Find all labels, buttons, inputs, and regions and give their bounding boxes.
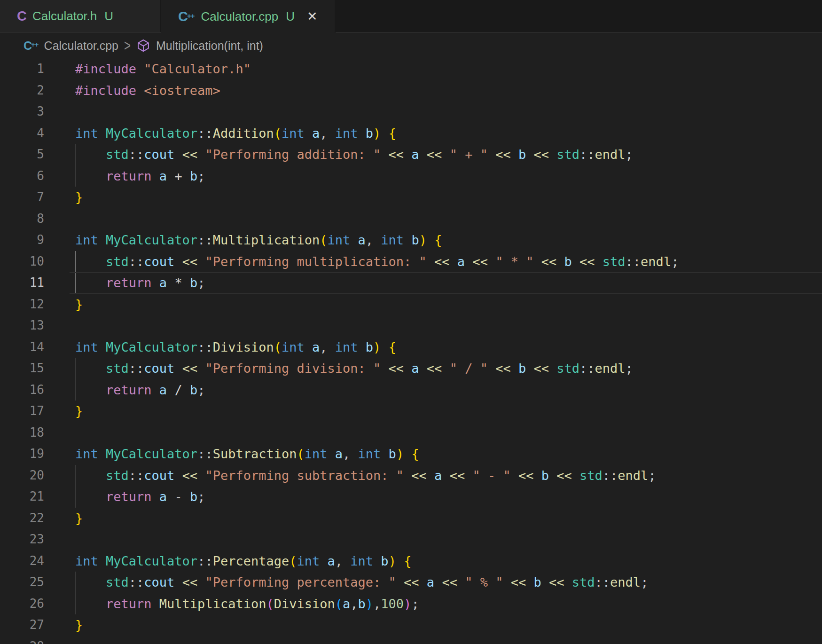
code-line[interactable]: 1#include "Calculator.h" — [0, 58, 822, 80]
line-number: 5 — [0, 144, 75, 165]
code-line[interactable]: 8 — [0, 208, 822, 230]
code-line[interactable]: 25 std::cout << "Performing percentage: … — [0, 572, 822, 593]
git-status-badge: U — [104, 9, 113, 24]
line-number: 19 — [0, 443, 75, 465]
code-text: int MyCalculator::Division(int a, int b)… — [75, 337, 822, 358]
line-number: 12 — [0, 294, 75, 315]
code-line[interactable]: 15 std::cout << "Performing division: " … — [0, 358, 822, 379]
tab-label: Calculator.h — [32, 9, 97, 24]
line-number: 13 — [0, 315, 75, 337]
line-number: 11 — [0, 272, 75, 294]
code-line[interactable]: 24int MyCalculator::Percentage(int a, in… — [0, 550, 822, 572]
code-text: } — [75, 614, 822, 636]
code-text: std::cout << "Performing division: " << … — [75, 358, 822, 379]
code-editor[interactable]: 1#include "Calculator.h"2#include <iostr… — [0, 58, 822, 644]
code-text: std::cout << "Performing multiplication:… — [75, 251, 822, 273]
code-line[interactable]: 22} — [0, 508, 822, 529]
indent-guide — [75, 251, 76, 273]
code-line[interactable]: 14int MyCalculator::Division(int a, int … — [0, 337, 822, 358]
code-line[interactable]: 23 — [0, 529, 822, 550]
breadcrumb-file[interactable]: Calculator.cpp — [44, 39, 118, 53]
close-icon[interactable]: ✕ — [305, 8, 320, 25]
cpp-file-icon: C++ — [23, 40, 39, 52]
cpp-file-icon: C++ — [178, 10, 194, 24]
code-text: } — [75, 401, 822, 422]
code-text: int MyCalculator::Subtraction(int a, int… — [75, 443, 822, 465]
code-line[interactable]: 9int MyCalculator::Multiplication(int a,… — [0, 229, 822, 251]
line-number: 16 — [0, 379, 75, 401]
indent-guide — [75, 572, 76, 593]
code-text: int MyCalculator::Addition(int a, int b)… — [75, 123, 822, 144]
chevron-right-icon: > — [124, 37, 131, 55]
line-number: 24 — [0, 550, 75, 572]
line-number: 18 — [0, 422, 75, 444]
tab-calculator-h[interactable]: C Calculator.h U — [0, 0, 161, 32]
line-number: 8 — [0, 208, 75, 230]
code-line[interactable]: 13 — [0, 315, 822, 337]
git-status-badge: U — [286, 9, 295, 24]
code-line[interactable]: 5 std::cout << "Performing addition: " <… — [0, 144, 822, 165]
code-text — [75, 315, 822, 337]
code-line[interactable]: 4int MyCalculator::Addition(int a, int b… — [0, 123, 822, 144]
code-line[interactable]: 28 — [0, 636, 822, 644]
code-line[interactable]: 20 std::cout << "Performing subtraction:… — [0, 465, 822, 487]
breadcrumb: C++ Calculator.cpp > Multiplication(int,… — [0, 33, 822, 58]
code-line[interactable]: 10 std::cout << "Performing multiplicati… — [0, 251, 822, 273]
indent-guide — [75, 465, 76, 487]
code-text: return a * b; — [75, 272, 822, 294]
line-number: 4 — [0, 123, 75, 144]
indent-guide — [75, 486, 76, 508]
code-line[interactable]: 7} — [0, 187, 822, 208]
code-text: return a - b; — [75, 486, 822, 508]
code-text: #include <iostream> — [75, 80, 822, 102]
code-text — [75, 529, 822, 550]
line-number: 25 — [0, 572, 75, 593]
code-line[interactable]: 17} — [0, 401, 822, 422]
code-text: return a + b; — [75, 165, 822, 187]
code-text: int MyCalculator::Multiplication(int a, … — [75, 229, 822, 251]
code-line[interactable]: 19int MyCalculator::Subtraction(int a, i… — [0, 443, 822, 465]
code-text: std::cout << "Performing addition: " << … — [75, 144, 822, 165]
line-number: 22 — [0, 508, 75, 529]
line-number: 26 — [0, 593, 75, 615]
code-text: #include "Calculator.h" — [75, 58, 822, 80]
code-text — [75, 636, 822, 644]
indent-guide — [75, 272, 76, 294]
code-text: } — [75, 187, 822, 208]
code-line[interactable]: 6 return a + b; — [0, 165, 822, 187]
code-text: int MyCalculator::Percentage(int a, int … — [75, 550, 822, 572]
line-number: 21 — [0, 486, 75, 508]
breadcrumb-symbol[interactable]: Multiplication(int, int) — [156, 39, 263, 53]
line-number: 1 — [0, 58, 75, 80]
code-line[interactable]: 16 return a / b; — [0, 379, 822, 401]
editor-tab-bar: C Calculator.h U C++ Calculator.cpp U ✕ — [0, 0, 822, 33]
tab-calculator-cpp[interactable]: C++ Calculator.cpp U ✕ — [161, 0, 336, 33]
tab-label: Calculator.cpp — [201, 9, 278, 24]
line-number: 3 — [0, 101, 75, 123]
line-number: 20 — [0, 465, 75, 487]
indent-guide — [75, 358, 76, 379]
line-number: 2 — [0, 80, 75, 102]
line-number: 17 — [0, 401, 75, 422]
code-text — [75, 101, 822, 123]
indent-guide — [75, 165, 76, 187]
code-line[interactable]: 27} — [0, 614, 822, 636]
line-number: 7 — [0, 187, 75, 208]
code-text: return Multiplication(Division(a,b),100)… — [75, 593, 822, 615]
line-number: 14 — [0, 337, 75, 358]
symbol-method-icon — [136, 39, 150, 53]
indent-guide — [75, 379, 76, 401]
code-line[interactable]: 18 — [0, 422, 822, 444]
code-line[interactable]: 21 return a - b; — [0, 486, 822, 508]
c-file-icon: C — [17, 9, 26, 23]
code-text — [75, 422, 822, 444]
line-number: 6 — [0, 165, 75, 187]
code-line[interactable]: 3 — [0, 101, 822, 123]
code-line[interactable]: 26 return Multiplication(Division(a,b),1… — [0, 593, 822, 615]
code-line[interactable]: 11 return a * b; — [0, 272, 822, 294]
code-line[interactable]: 12} — [0, 294, 822, 315]
code-line[interactable]: 2#include <iostream> — [0, 80, 822, 102]
code-text: } — [75, 508, 822, 529]
code-text: } — [75, 294, 822, 315]
code-text: return a / b; — [75, 379, 822, 401]
